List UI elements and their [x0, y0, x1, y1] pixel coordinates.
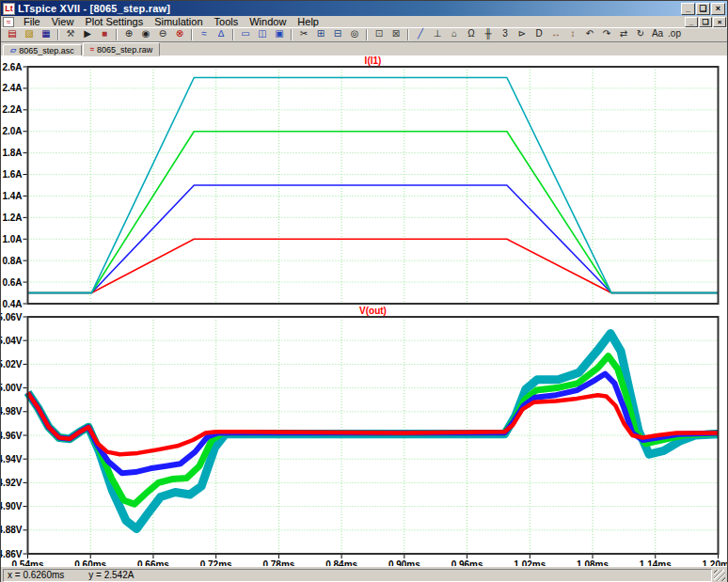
toolbar: ▤▨▦⚒▶■⊕◉⊖⊗≈∆▭◫▣✂⊞⊟◎⊡⊠╱⊥⌂Ω╫3⊳D↔↕↶↷⇄↻Aa.op — [1, 28, 727, 42]
toolbar-group: ≈∆ — [196, 28, 229, 41]
zoom-in-button[interactable]: ⊕ — [120, 28, 137, 41]
copy-icon: ⊞ — [317, 28, 324, 39]
drag-icon: ↕ — [571, 28, 576, 39]
redo-button[interactable]: ↷ — [598, 28, 615, 41]
menu-simulation[interactable]: Simulation — [149, 16, 208, 27]
trace-vout-step-1.0A[interactable] — [28, 393, 719, 455]
y-tick-label: 2.6A — [2, 62, 22, 72]
x-tick-label: 0.84ms — [325, 559, 357, 566]
menu-help[interactable]: Help — [292, 16, 324, 27]
title-bar[interactable]: Lt LTspice XVII - [8065_step.raw] _❏× — [1, 1, 727, 16]
place-resistor-button[interactable]: Ω — [463, 28, 480, 41]
cut-button[interactable]: ✂ — [295, 28, 312, 41]
tab-8065-step-asc[interactable]: ▱8065_step.asc — [3, 44, 82, 55]
trace-vout-step-2.0A[interactable] — [28, 356, 719, 504]
undo-zoom-icon: ⊗ — [176, 28, 183, 39]
open-button[interactable]: ▨ — [21, 28, 38, 41]
control-panel-button[interactable]: ⚒ — [62, 28, 79, 41]
place-capacitor-icon: ╫ — [484, 28, 491, 39]
bottom-pane-title[interactable]: V(out) — [359, 306, 387, 316]
y-tick-label: 4.94V — [1, 454, 23, 464]
place-ground-button[interactable]: ⊥ — [429, 28, 446, 41]
y-tick-label: 2.4A — [2, 83, 22, 93]
minimize-button[interactable]: _ — [685, 17, 698, 27]
tile-vertical-button[interactable]: ◫ — [254, 28, 271, 41]
cursor-y-readout: y = 2.542A — [88, 570, 134, 580]
toolbar-separator — [57, 29, 59, 40]
menu-tools[interactable]: Tools — [209, 16, 245, 27]
zoom-out-button[interactable]: ⊖ — [154, 28, 171, 41]
y-tick-label: 4.88V — [1, 525, 23, 535]
cascade-windows-button[interactable]: ▣ — [271, 28, 288, 41]
draw-wire-button[interactable]: ╱ — [412, 28, 429, 41]
print-setup-button[interactable]: ⊠ — [388, 28, 404, 41]
waveform-viewer[interactable]: 2.6A2.4A2.2A2.0A1.8A1.6A1.4A1.2A1.0A0.8A… — [1, 55, 727, 566]
menu-file[interactable]: File — [18, 16, 46, 27]
zoom-extents-icon: ◉ — [142, 28, 150, 39]
menu-plot-settings[interactable]: Plot Settings — [79, 16, 149, 27]
close-button[interactable]: × — [713, 17, 726, 27]
save-button[interactable]: ▦ — [38, 28, 55, 41]
text-button[interactable]: Aa — [649, 28, 666, 41]
undo-zoom-button[interactable]: ⊗ — [171, 28, 188, 41]
toolbar-group: ⊕◉⊖⊗ — [120, 28, 188, 41]
new-schematic-button[interactable]: ▤ — [4, 28, 21, 41]
undo-button[interactable]: ↶ — [581, 28, 598, 41]
x-tick-label: 0.90ms — [388, 559, 420, 566]
run-button[interactable]: ▶ — [79, 28, 96, 41]
tab-bar: ▱8065_step.asc≈8065_step.raw — [1, 42, 727, 55]
rotate-button[interactable]: ↻ — [632, 28, 649, 41]
spice-directive-button[interactable]: .op — [666, 28, 683, 41]
waveform-pane-button[interactable]: ≈ — [196, 28, 213, 41]
y-tick-label: 1.2A — [2, 212, 22, 223]
x-tick-label: 0.60ms — [74, 559, 106, 566]
place-component-button[interactable]: D — [530, 28, 547, 41]
menu-window[interactable]: Window — [244, 16, 292, 27]
paste-button[interactable]: ⊟ — [329, 28, 346, 41]
window-controls: _❏× — [681, 3, 725, 15]
trace-vout-step-1.5A[interactable] — [28, 374, 719, 474]
close-button[interactable]: × — [711, 3, 725, 15]
print-button[interactable]: ⊡ — [371, 28, 388, 41]
find-button[interactable]: ◎ — [346, 28, 363, 41]
plot-settings-icon: ∆ — [218, 28, 224, 39]
y-tick-label: 1.8A — [2, 148, 22, 158]
zoom-extents-button[interactable]: ◉ — [137, 28, 154, 41]
y-tick-label: 1.4A — [2, 191, 22, 201]
drag-button[interactable]: ↕ — [564, 28, 581, 41]
halt-button[interactable]: ■ — [96, 28, 113, 41]
menu-view[interactable]: View — [46, 16, 80, 27]
resize-grip[interactable] — [714, 570, 725, 581]
trace-il1-step-1.0A[interactable] — [28, 239, 719, 292]
schematic-tab-icon: ▱ — [10, 46, 16, 55]
tab-8065-step-raw[interactable]: ≈8065_step.raw — [83, 42, 160, 55]
draw-wire-icon: ╱ — [418, 28, 423, 39]
toolbar-separator — [232, 29, 234, 40]
app-icon: Lt — [3, 3, 15, 15]
move-button[interactable]: ↔ — [547, 28, 564, 41]
zoom-out-icon: ⊖ — [159, 28, 166, 39]
plot-settings-button[interactable]: ∆ — [213, 28, 229, 41]
tile-vertical-icon: ◫ — [258, 28, 266, 39]
restore-button[interactable]: ❏ — [699, 17, 712, 27]
top-pane-title[interactable]: I(l1) — [365, 55, 382, 66]
trace-il1-step-2.0A[interactable] — [28, 132, 719, 293]
window-title: LTspice XVII - [8065_step.raw] — [18, 3, 681, 14]
place-inductor-button[interactable]: 3 — [497, 28, 514, 41]
label-net-button[interactable]: ⌂ — [446, 28, 463, 41]
restore-button[interactable]: ❏ — [696, 3, 710, 15]
mirror-button[interactable]: ⇄ — [615, 28, 632, 41]
print-icon: ⊡ — [375, 28, 383, 39]
child-window-icon: ≈ — [3, 17, 14, 27]
tile-horizontal-icon: ▭ — [241, 28, 249, 39]
cascade-windows-icon: ▣ — [275, 28, 283, 39]
place-capacitor-button[interactable]: ╫ — [480, 28, 497, 41]
tile-horizontal-button[interactable]: ▭ — [237, 28, 254, 41]
minimize-button[interactable]: _ — [681, 3, 695, 15]
ltspice-window: Lt LTspice XVII - [8065_step.raw] _❏× ≈ … — [0, 0, 728, 582]
copy-button[interactable]: ⊞ — [312, 28, 329, 41]
y-tick-label: 0.4A — [2, 299, 22, 309]
place-diode-button[interactable]: ⊳ — [514, 28, 530, 41]
plot-canvas[interactable]: 2.6A2.4A2.2A2.0A1.8A1.6A1.4A1.2A1.0A0.8A… — [1, 55, 727, 566]
place-diode-icon: ⊳ — [518, 28, 526, 39]
